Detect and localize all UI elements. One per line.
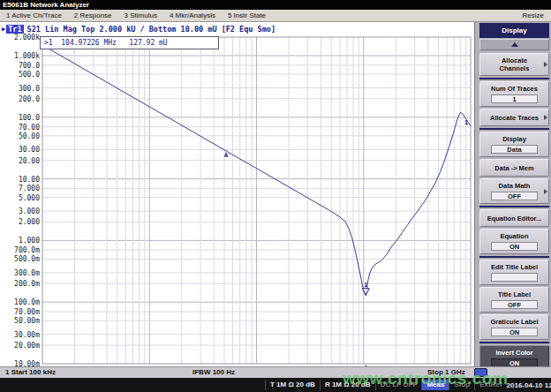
softkey-group-divider	[479, 256, 549, 258]
softkey-title-label[interactable]: Title LabelOFF	[479, 287, 549, 313]
softkey-buttons: Allocate ChannelsNum Of Traces1Allocate …	[479, 52, 549, 372]
softkey-allocate-traces[interactable]: Allocate Traces	[479, 109, 549, 126]
trace-end-number: 1	[464, 119, 468, 126]
y-axis-label: 300.0m	[14, 269, 40, 277]
softkey-group-divider	[479, 342, 549, 343]
menu-item-1[interactable]: 1 Active Ch/Trace	[0, 10, 68, 21]
y-axis-label: 30.00m	[14, 331, 40, 339]
y-axis-label: 100.0	[19, 114, 40, 122]
status-segments: T 1M Ω 20 dBR 1M Ω 20 dBDC LF OFFMeasSto…	[265, 378, 507, 392]
softkey-value	[491, 273, 538, 282]
softkey-value: Data	[491, 145, 538, 154]
softkey-label: Display	[486, 135, 543, 143]
submenu-arrow-icon	[544, 115, 547, 120]
softkey-value: OFF	[491, 192, 538, 200]
softkey-group-divider	[479, 206, 549, 207]
softkey-label: Data Math	[486, 182, 543, 190]
stimulus-status-bar: 1 Start 100 kHz IFBW 100 Hz Stop 1 GHz	[0, 366, 551, 378]
scroll-up-icon	[511, 42, 518, 47]
y-axis-label: 30.00	[19, 146, 40, 154]
softkey-edit-title-label[interactable]: Edit Title Label	[479, 260, 549, 285]
graph: 2.000k1.000k700.0500.0300.0200.0100.070.…	[0, 22, 474, 366]
resize-control[interactable]: Resize	[523, 11, 551, 19]
menu-item-5[interactable]: 5 Instr State	[222, 10, 272, 21]
status-segment-stop: Stop	[449, 380, 474, 390]
y-axis-label: 500.0m	[14, 255, 40, 263]
menu-item-2[interactable]: 2 Response	[68, 10, 118, 21]
softkey-label: Title Label	[486, 290, 543, 298]
y-axis-label: 100.0m	[14, 298, 40, 306]
softkey-data-math[interactable]: Data MathOFF	[479, 178, 549, 204]
softkey-scroll-up[interactable]	[479, 39, 549, 50]
trace-info-bar[interactable]: ▶ Tr1 S21 Lin Mag Top 2.000 kU / Bottom …	[2, 23, 276, 34]
softkey-equation-editor[interactable]: Equation Editor...	[479, 209, 549, 227]
status-segment-meas: Meas	[421, 380, 449, 390]
ifbw-label: IFBW 100 Hz	[192, 368, 235, 376]
submenu-arrow-icon	[544, 62, 547, 67]
softkey-graticule-label[interactable]: Graticule LabelON	[479, 314, 549, 340]
softkey-label: Allocate Traces	[486, 114, 543, 122]
window-title-bar: E5061B Network Analyzer	[0, 0, 551, 10]
softkey-label: Invert Color	[486, 349, 543, 357]
softkey-equation[interactable]: EquationON	[479, 229, 549, 254]
y-axis-label: 20.00	[19, 157, 40, 165]
y-axis-label: 50.00m	[14, 317, 40, 325]
marker-1-number: 1	[364, 282, 367, 289]
y-axis-label: 3.000	[19, 207, 40, 215]
y-axis-label: 7.000	[19, 185, 40, 192]
status-segment-t-1m-20-db: T 1M Ω 20 dB	[265, 380, 320, 390]
softkey-value: OFF	[491, 300, 538, 309]
y-axis-label: 70.00m	[14, 308, 40, 316]
menu-item-4[interactable]: 4 Mkr/Analysis	[163, 10, 222, 21]
status-segment-dc-lf-off: DC LF OFF	[375, 380, 422, 390]
active-trace-arrow-icon: ▶	[2, 26, 5, 33]
y-axis-label: 70.00	[19, 124, 40, 132]
softkey-label: Equation Editor...	[486, 215, 543, 222]
softkey-data-mem[interactable]: Data -> Mem	[479, 159, 549, 177]
softkey-value: 1	[491, 94, 538, 103]
instrument-status-bar: T 1M Ω 20 dBR 1M Ω 20 dBDC LF OFFMeasSto…	[0, 378, 551, 392]
y-axis-label: 700.0m	[14, 246, 40, 254]
y-axis-label: 300.0	[19, 85, 40, 93]
softkey-label: Allocate Channels	[486, 57, 543, 72]
submenu-arrow-icon	[544, 189, 547, 194]
y-axis-label: 2.000	[19, 218, 40, 226]
y-axis-label: 1.000	[19, 237, 40, 245]
y-axis-label: 500.0	[19, 71, 40, 79]
softkey-label: Edit Title Label	[486, 263, 543, 271]
plot-region: ▶ Tr1 S21 Lin Mag Top 2.000 kU / Bottom …	[0, 22, 474, 366]
marker-readout: >1 104.97226 MHz 127.92 mU	[40, 36, 219, 49]
softkey-num-of-traces[interactable]: Num Of Traces1	[479, 81, 549, 107]
y-axis-label: 200.0	[19, 95, 40, 103]
trace-settings-text: S21 Lin Mag Top 2.000 kU / Bottom 10.00 …	[27, 25, 276, 34]
softkey-display[interactable]: DisplayData	[479, 132, 549, 157]
y-axis-label: 700.0	[19, 62, 40, 70]
y-axis-label: 200.0m	[14, 280, 40, 288]
start-frequency-label: 1 Start 100 kHz	[5, 368, 56, 376]
softkey-label: Num Of Traces	[486, 85, 543, 93]
menu-items: 1 Active Ch/Trace2 Response3 Stimulus4 M…	[0, 10, 272, 21]
softkey-panel: Display Allocate ChannelsNum Of Traces1A…	[474, 22, 551, 366]
y-axis-label: 10.00	[19, 176, 40, 184]
softkey-label: Equation	[486, 232, 543, 240]
y-axis-label: 2.000k	[14, 34, 40, 41]
datetime-label: 2016-04-10 12:36	[507, 381, 551, 389]
y-axis-label: 20.00m	[14, 342, 40, 350]
y-axis-label: 10.00m	[14, 360, 40, 366]
softkey-label: Data -> Mem	[486, 164, 543, 172]
softkey-menu-title: Display	[479, 23, 549, 38]
softkey-value: ON	[491, 242, 538, 251]
status-segment-extref: ExtRef	[474, 380, 506, 390]
menu-bar: 1 Active Ch/Trace2 Response3 Stimulus4 M…	[0, 10, 551, 22]
softkey-group-divider	[479, 128, 549, 130]
analyzer-screen: E5061B Network Analyzer 1 Active Ch/Trac…	[0, 0, 551, 392]
softkey-allocate-channels[interactable]: Allocate Channels	[479, 53, 549, 76]
window-title: E5061B Network Analyzer	[3, 1, 89, 9]
status-icon	[474, 368, 487, 377]
softkey-value: ON	[491, 328, 538, 336]
menu-item-3[interactable]: 3 Stimulus	[118, 10, 163, 21]
softkey-group-divider	[479, 78, 549, 79]
stop-frequency-label: Stop 1 GHz	[427, 368, 465, 376]
y-axis-label: 5.000	[19, 194, 40, 202]
y-axis-label: 50.00	[19, 132, 40, 140]
